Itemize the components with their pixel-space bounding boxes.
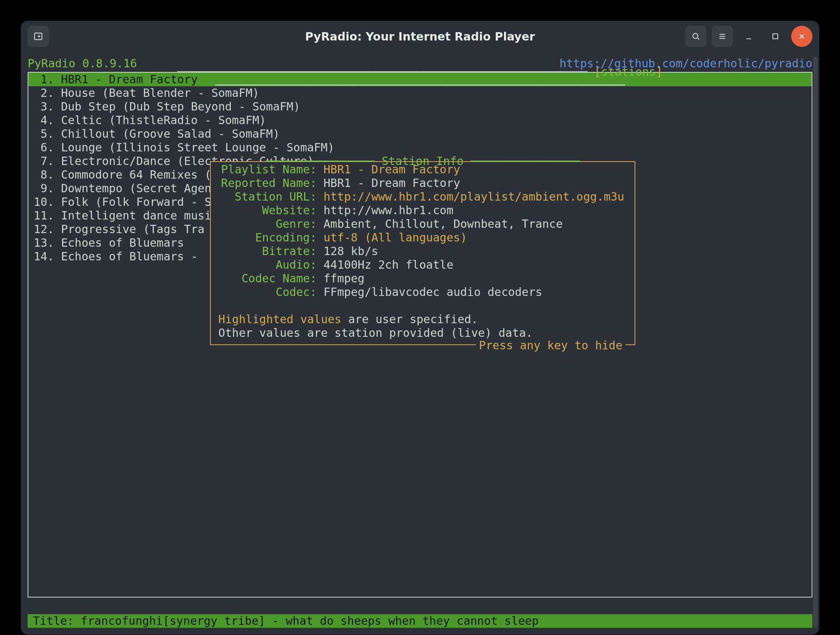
svg-rect-2 — [773, 34, 778, 39]
stations-frame: ────────────────────────────────────────… — [28, 72, 812, 597]
station-info-popup[interactable]: ──────────────── Station Info ──────────… — [210, 161, 635, 345]
info-field: Bitrate: 128 kb/s — [218, 245, 627, 258]
status-bar: Title: francofunghi[synergy tribe] - wha… — [28, 614, 812, 628]
maximize-button[interactable] — [765, 26, 786, 47]
now-playing-title: francofunghi[synergy tribe] - what do sh… — [81, 614, 538, 627]
info-field: Encoding: utf-8 (All languages) — [218, 231, 627, 245]
station-row[interactable]: 4. Celtic (ThistleRadio - SomaFM) — [28, 114, 812, 127]
station-row[interactable]: 3. Dub Step (Dub Step Beyond - SomaFM) — [28, 100, 812, 114]
popup-title: ──────────────── Station Info ──────────… — [211, 155, 635, 167]
info-field: Codec: FFmpeg/libavcodec audio decoders — [218, 285, 627, 299]
info-field: Codec Name: ffmpeg — [218, 272, 627, 285]
popup-note: Other values are station provided (live)… — [218, 326, 627, 340]
minimize-button[interactable] — [738, 26, 759, 47]
frame-title: ────────────────────────────────────────… — [28, 65, 812, 92]
scrollbar[interactable] — [813, 57, 818, 628]
app-window: PyRadio: Your Internet Radio Player PyRa… — [21, 21, 819, 635]
scrollbar-thumb[interactable] — [813, 57, 818, 628]
info-field: Website: http://www.hbr1.com — [218, 204, 627, 217]
titlebar: PyRadio: Your Internet Radio Player — [21, 21, 819, 52]
station-row[interactable]: 5. Chillout (Groove Salad - SomaFM) — [28, 127, 812, 141]
terminal-area[interactable]: PyRadio 0.8.9.16 https://github.com/code… — [28, 57, 812, 628]
info-field: Audio: 44100Hz 2ch floatle — [218, 258, 627, 272]
svg-point-1 — [693, 33, 698, 38]
new-tab-button[interactable] — [28, 26, 49, 47]
info-field: Reported Name: HBR1 - Dream Factory — [218, 176, 627, 190]
popup-footer-hint: Press any key to hide — [476, 339, 625, 352]
popup-note: Highlighted values are user specified. — [218, 313, 627, 326]
hamburger-menu-button[interactable] — [712, 26, 733, 47]
info-field: Genre: Ambient, Chillout, Downbeat, Tran… — [218, 217, 627, 231]
status-prefix: Title: — [33, 614, 81, 627]
search-button[interactable] — [685, 26, 706, 47]
close-button[interactable] — [791, 26, 812, 47]
station-row[interactable]: 6. Lounge (Illinois Street Lounge - Soma… — [28, 141, 812, 155]
info-field: Station URL: http://www.hbr1.com/playlis… — [218, 190, 627, 204]
